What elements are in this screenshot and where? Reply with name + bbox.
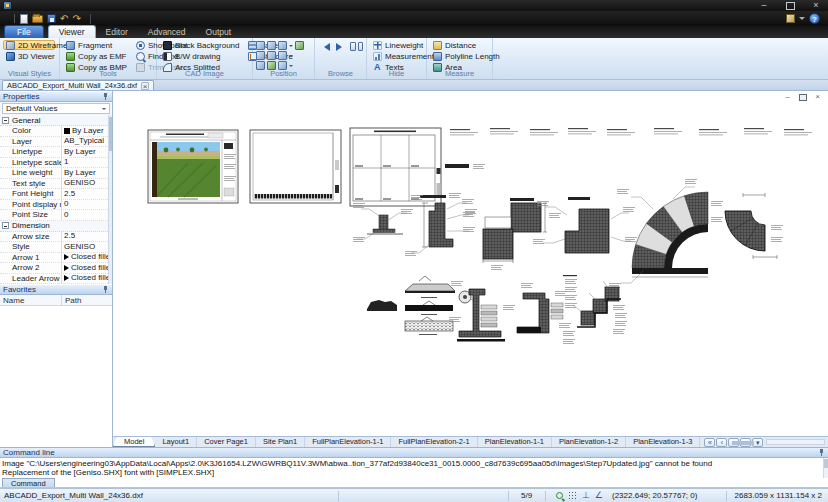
general-notes-text xyxy=(445,128,812,169)
pin-icon[interactable] xyxy=(102,93,109,100)
browse-back-icon[interactable] xyxy=(320,43,330,51)
property-row-arrow-1[interactable]: Arrow 1Closed filled xyxy=(0,253,112,264)
pin-icon[interactable] xyxy=(102,286,109,293)
tab-editor[interactable]: Editor xyxy=(96,26,138,38)
command-tab[interactable]: Command xyxy=(2,478,55,487)
browse-forward-icon[interactable] xyxy=(336,43,346,51)
property-row-style[interactable]: StyleGENISO xyxy=(0,242,112,253)
property-row-arrow-2[interactable]: Arrow 2Closed filled xyxy=(0,263,112,274)
pan-icon[interactable] xyxy=(256,41,265,50)
mdi-restore-icon[interactable] xyxy=(798,93,807,101)
property-row-arrow-size[interactable]: Arrow size2.5 xyxy=(0,232,112,243)
favorites-path-column[interactable]: Path xyxy=(62,295,112,305)
sheet-tab-model[interactable]: Model xyxy=(113,437,155,447)
tab-file[interactable]: File xyxy=(4,25,44,38)
sheet-tab-layout1[interactable]: Layout1 xyxy=(155,437,197,447)
sheet-tab-planelevation-1-1[interactable]: PlanElevation-1-1 xyxy=(478,437,552,447)
command-message-2: Replacement of the [Geniso.SHX] font wit… xyxy=(2,468,820,477)
sheet-tab-planelevation-1-3[interactable]: PlanElevation-1-3 xyxy=(626,437,700,447)
copy-as-emf-button[interactable]: Copy as EMF xyxy=(63,51,130,61)
zoom-window-icon[interactable] xyxy=(267,41,276,50)
first-sheet-button[interactable]: « xyxy=(704,438,715,447)
property-row-font-height[interactable]: Font Height2.5 xyxy=(0,189,112,200)
pin-icon[interactable] xyxy=(818,449,825,456)
sheet-tab-cover-page1[interactable]: Cover Page1 xyxy=(197,437,256,447)
ortho-mode-icon[interactable]: ⊥ xyxy=(582,491,590,500)
lineweight-button[interactable]: Lineweight xyxy=(370,40,422,50)
sheet-tabs-scrollbar[interactable] xyxy=(766,439,825,445)
property-row-linetype-scale[interactable]: Linetype scale1 xyxy=(0,158,112,169)
save-icon[interactable] xyxy=(47,14,56,23)
new-file-icon[interactable] xyxy=(20,14,28,24)
toolbar-dropdown-icon[interactable] xyxy=(799,17,805,23)
open-file-icon[interactable] xyxy=(32,15,43,23)
black-background-button[interactable]: Black Background xyxy=(160,40,242,50)
command-line-output[interactable]: Image "C:\Users\engineering03\AppData\Lo… xyxy=(0,458,828,478)
group-label-position: Position xyxy=(253,69,314,79)
collapse-icon[interactable] xyxy=(2,222,9,229)
property-row-leader-arrow[interactable]: Leader ArrowClosed filled xyxy=(0,274,112,285)
zoom-scale-icon[interactable] xyxy=(278,51,287,60)
minimize-button[interactable]: – xyxy=(758,0,770,10)
previous-sheet-button[interactable]: ‹ xyxy=(716,438,727,447)
fit-to-window-icon[interactable] xyxy=(267,51,276,60)
property-row-line-weight[interactable]: Line weightBy Layer xyxy=(0,168,112,179)
2d-wireframe-button[interactable]: 2D Wireframe xyxy=(3,40,55,50)
sheet-tab-fullplanelevation-1-1[interactable]: FullPlanElevation-1-1 xyxy=(305,437,391,447)
favorites-column-headers: Name Path xyxy=(0,295,112,306)
zoom-object-dropdown-icon[interactable] xyxy=(289,65,293,69)
property-row-layer[interactable]: LayerAB_Typical xyxy=(0,137,112,148)
zoom-status-icon[interactable] xyxy=(556,492,563,499)
help-icon[interactable]: ? xyxy=(809,13,820,24)
zoom-in-icon[interactable] xyxy=(278,41,287,50)
close-document-icon[interactable]: × xyxy=(141,82,149,90)
property-row-color[interactable]: ColorBy Layer xyxy=(0,126,112,137)
polar-tracking-icon[interactable]: ∠ xyxy=(595,491,603,500)
property-group-general[interactable]: General xyxy=(0,115,112,126)
browse-home-icon[interactable] xyxy=(358,42,364,51)
fragment-button[interactable]: Fragment xyxy=(63,40,130,50)
group-label-visual-styles: Visual Styles xyxy=(0,69,59,79)
mdi-minimize-icon[interactable]: – xyxy=(783,93,792,101)
property-group-dimension[interactable]: Dimension xyxy=(0,221,112,232)
group-label-measure: Measure xyxy=(427,69,492,79)
property-row-point-size[interactable]: Point Size0 xyxy=(0,210,112,221)
command-scrollbar[interactable] xyxy=(823,458,828,478)
3d-viewer-button[interactable]: 3D Viewer xyxy=(3,51,55,61)
redo-icon[interactable]: ↷ xyxy=(72,13,80,25)
sheet-tab-site-plan1[interactable]: Site Plan1 xyxy=(256,437,305,447)
favorites-list[interactable] xyxy=(0,306,112,447)
status-bar: ABCADD_Export_Multi Wall_24x36.dxf 5/9 ⊥… xyxy=(0,488,828,502)
select-region-icon[interactable] xyxy=(295,41,304,50)
grid-snap-icon[interactable] xyxy=(568,491,577,500)
drawing-canvas[interactable]: – × xyxy=(113,91,828,436)
close-button[interactable]: × xyxy=(810,0,822,10)
collapse-icon[interactable] xyxy=(2,117,9,124)
bw-drawing-button[interactable]: B/W drawing xyxy=(160,51,242,61)
zoom-rect-icon[interactable] xyxy=(256,51,265,60)
undo-icon[interactable]: ↶ xyxy=(60,13,68,25)
distance-button[interactable]: Distance xyxy=(430,40,488,50)
zoom-dropdown-icon[interactable] xyxy=(289,45,293,49)
mdi-close-icon[interactable]: × xyxy=(813,93,822,101)
property-row-text-style[interactable]: Text styleGENISO xyxy=(0,179,112,190)
browse-page-icon[interactable] xyxy=(350,42,356,51)
zoom-scale-dropdown-icon[interactable] xyxy=(289,55,293,59)
properties-preset-select[interactable]: Default Values xyxy=(2,103,110,114)
favorites-name-column[interactable]: Name xyxy=(0,295,62,305)
tab-output[interactable]: Output xyxy=(196,26,242,38)
measurements-button[interactable]: Measurements xyxy=(370,51,422,61)
tab-viewer[interactable]: Viewer xyxy=(48,25,96,38)
property-row-linetype[interactable]: LinetypeBy Layer xyxy=(0,147,112,158)
sheet-tab-bar: Model Layout1 Cover Page1 Site Plan1 Ful… xyxy=(113,436,828,447)
customize-toolbar-icon[interactable] xyxy=(786,14,795,23)
maximize-button[interactable] xyxy=(784,0,796,10)
document-tab[interactable]: ABCADD_Export_Multi Wall_24x36.dxf × xyxy=(2,80,154,90)
polyline-length-button[interactable]: Polyline Length xyxy=(430,51,488,61)
properties-scrollbar[interactable] xyxy=(108,115,112,284)
property-row-point-display-mode[interactable]: Point display mode0 xyxy=(0,200,112,211)
sheet-tab-planelevation-1-2[interactable]: PlanElevation-1-2 xyxy=(552,437,626,447)
ribbon-group-measure: Distance Polyline Length Area Measure xyxy=(427,38,493,79)
sheet-tab-fullplanelevation-2-1[interactable]: FullPlanElevation-2-1 xyxy=(391,437,477,447)
tab-advanced[interactable]: Advanced xyxy=(138,26,196,38)
